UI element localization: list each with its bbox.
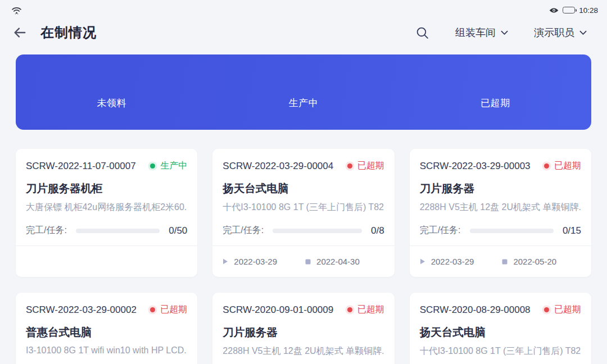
card-body: SCRW-2022-03-29-00003 已超期 刀片服务器 2288H V5… — [410, 149, 591, 245]
status-dot-icon — [150, 163, 155, 169]
status-label: 生产中 — [160, 160, 187, 172]
work-order-card[interactable]: SCRW-2022-11-07-00007 生产中 刀片服务器机柜 大唐保镖 机… — [16, 149, 197, 277]
progress-label: 完工/任务: — [420, 225, 461, 236]
page-title: 在制情况 — [40, 24, 97, 42]
progress-row: 完工/任务: 0/8 — [223, 225, 384, 236]
tab-in-production[interactable]: 生产中 — [207, 97, 399, 110]
dates: 2022-03-29 2022-05-20 — [420, 257, 556, 266]
progress-label: 完工/任务: — [223, 225, 264, 236]
tab-unpicked[interactable]: 未领料 — [16, 97, 207, 110]
status-label: 已超期 — [554, 160, 581, 172]
card-body: SCRW-2020-09-01-00009 已超期 刀片服务器 2288H V5… — [212, 293, 394, 364]
stop-icon — [502, 259, 508, 265]
summary-banner: 未领料 生产中 已超期 — [16, 54, 591, 130]
card-head: SCRW-2020-09-01-00009 已超期 — [223, 304, 384, 316]
card-head: SCRW-2022-03-29-00002 已超期 — [26, 304, 187, 316]
user-selector-label: 演示职员 — [534, 26, 574, 39]
status-badge: 已超期 — [544, 160, 581, 172]
play-icon — [420, 258, 425, 265]
product-title: 刀片服务器 — [223, 325, 384, 340]
status-badge: 已超期 — [150, 304, 187, 316]
start-date: 2022-03-29 — [431, 257, 474, 266]
product-spec: 大唐保镖 机柜42u网络服务器机柜2米60... — [26, 202, 187, 213]
card-footer: 2022-03-29 2022-04-30 — [212, 245, 394, 277]
play-icon — [223, 258, 228, 265]
progress-value: 0/15 — [563, 225, 581, 236]
product-spec: 2288H V5主机 12盘 2U机架式 单颗铜牌... — [223, 345, 384, 357]
chevron-down-icon — [501, 30, 508, 35]
progress-value: 0/8 — [371, 225, 384, 236]
start-date: 2022-03-29 — [234, 257, 277, 266]
product-title: 扬天台式电脑 — [420, 325, 581, 340]
order-code: SCRW-2022-11-07-00007 — [26, 161, 136, 172]
product-spec: 2288H V5主机 12盘 2U机架式 单颗铜牌... — [420, 202, 581, 213]
start-date-group: 2022-03-29 — [223, 257, 277, 266]
workshop-selector[interactable]: 组装车间 — [455, 26, 508, 39]
product-title: 刀片服务器机柜 — [26, 181, 187, 196]
card-body: SCRW-2020-08-29-00008 已超期 扬天台式电脑 十代I3-10… — [410, 293, 591, 364]
status-dot-icon — [544, 307, 549, 312]
progress-bar — [76, 229, 160, 233]
progress-row: 完工/任务: 0/50 — [26, 225, 187, 236]
status-badge: 已超期 — [544, 304, 581, 316]
status-label: 已超期 — [160, 304, 187, 316]
progress-label: 完工/任务: — [26, 225, 67, 236]
order-code: SCRW-2022-03-29-00002 — [26, 304, 137, 316]
status-time: 10:28 — [579, 6, 598, 15]
status-label: 已超期 — [357, 304, 384, 316]
card-footer: 2022-03-29 2022-05-20 — [410, 245, 591, 277]
card-body: SCRW-2022-11-07-00007 生产中 刀片服务器机柜 大唐保镖 机… — [16, 149, 197, 245]
card-head: SCRW-2020-08-29-00008 已超期 — [420, 304, 581, 316]
status-bar: 10:28 — [0, 0, 607, 16]
end-date-group: 2022-04-30 — [305, 257, 360, 266]
user-selector[interactable]: 演示职员 — [534, 26, 587, 39]
product-spec: 十代I3-10100 8G 1T (三年上门售后) T82... — [223, 202, 384, 213]
status-label: 已超期 — [554, 304, 581, 316]
card-body: SCRW-2022-03-29-00004 已超期 扬天台式电脑 十代I3-10… — [212, 149, 394, 245]
order-code: SCRW-2022-03-29-00003 — [420, 161, 531, 172]
order-code: SCRW-2020-09-01-00009 — [223, 304, 333, 316]
work-order-card[interactable]: SCRW-2022-03-29-00002 已超期 普惠台式电脑 I3-1010… — [16, 293, 197, 364]
page-header: 在制情况 组装车间 演示职员 — [0, 16, 607, 49]
work-order-card[interactable]: SCRW-2020-08-29-00008 已超期 扬天台式电脑 十代I3-10… — [410, 293, 591, 364]
start-date-group: 2022-03-29 — [420, 257, 474, 266]
order-code: SCRW-2020-08-29-00008 — [420, 304, 531, 316]
card-head: SCRW-2022-11-07-00007 生产中 — [26, 160, 187, 172]
back-button[interactable] — [12, 24, 29, 41]
progress-bar — [470, 229, 554, 233]
status-dot-icon — [544, 163, 549, 169]
workshop-selector-label: 组装车间 — [455, 26, 496, 39]
card-head: SCRW-2022-03-29-00004 已超期 — [223, 160, 384, 172]
progress-value: 0/50 — [169, 225, 187, 236]
status-dot-icon — [347, 163, 352, 169]
end-date-group: 2022-05-20 — [502, 257, 556, 266]
work-order-card[interactable]: SCRW-2020-09-01-00009 已超期 刀片服务器 2288H V5… — [212, 293, 394, 364]
dates: 2022-03-29 2022-04-30 — [223, 257, 359, 266]
end-date: 2022-04-30 — [316, 257, 360, 266]
product-spec: 十代I3-10100 8G 1T (三年上门售后) T82... — [420, 345, 581, 357]
product-spec: I3-10100 8G 1T wifi win10 with HP LCD... — [26, 345, 187, 356]
status-badge: 已超期 — [347, 304, 384, 316]
status-dot-icon — [150, 307, 155, 312]
product-title: 刀片服务器 — [420, 181, 581, 196]
eye-comfort-icon — [549, 7, 559, 13]
status-label: 已超期 — [357, 160, 384, 172]
status-dot-icon — [347, 307, 352, 312]
wifi-icon — [11, 6, 22, 15]
tab-overdue[interactable]: 已超期 — [400, 97, 591, 110]
progress-bar — [273, 229, 362, 233]
card-head: SCRW-2022-03-29-00003 已超期 — [420, 160, 581, 172]
card-body: SCRW-2022-03-29-00002 已超期 普惠台式电脑 I3-1010… — [16, 293, 197, 364]
battery-icon — [563, 7, 575, 13]
end-date: 2022-05-20 — [513, 257, 556, 266]
chevron-down-icon — [579, 30, 587, 35]
card-footer — [16, 245, 197, 277]
search-button[interactable] — [415, 26, 429, 40]
order-code: SCRW-2022-03-29-00004 — [223, 161, 333, 172]
status-badge: 生产中 — [150, 160, 187, 172]
status-badge: 已超期 — [347, 160, 384, 172]
work-order-card[interactable]: SCRW-2022-03-29-00003 已超期 刀片服务器 2288H V5… — [410, 149, 591, 277]
cards-grid: SCRW-2022-11-07-00007 生产中 刀片服务器机柜 大唐保镖 机… — [16, 149, 591, 364]
work-order-card[interactable]: SCRW-2022-03-29-00004 已超期 扬天台式电脑 十代I3-10… — [212, 149, 394, 277]
product-title: 普惠台式电脑 — [26, 325, 187, 340]
